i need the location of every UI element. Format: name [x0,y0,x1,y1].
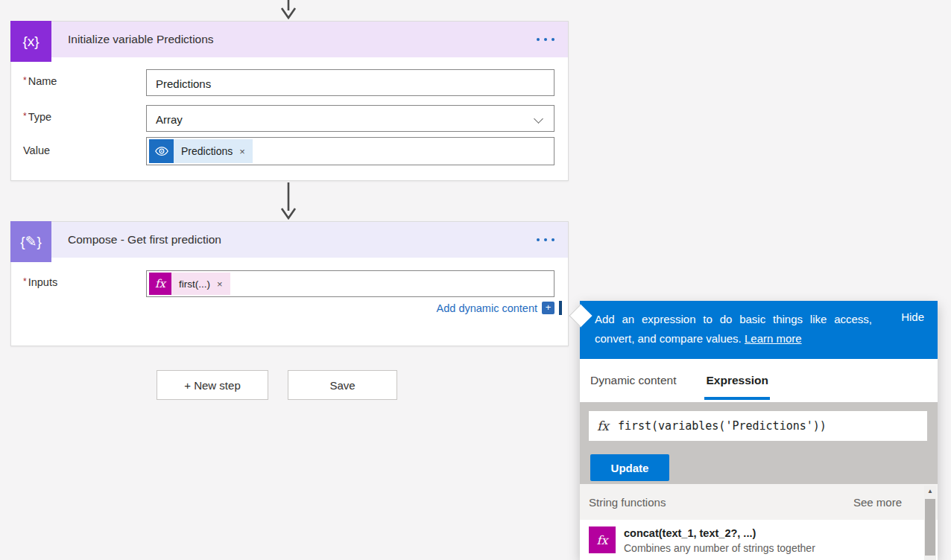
token-label: first(...) [179,279,210,290]
dynamic-content-panel: Add an expression to do basic things lik… [580,301,938,560]
remove-token-icon[interactable]: × [239,146,245,157]
panel-tabs: Dynamic content Expression [580,359,938,402]
scrollbar-thumb[interactable] [925,499,935,556]
save-button[interactable]: Save [288,370,397,400]
remove-token-icon[interactable]: × [217,279,223,290]
more-options-icon[interactable] [537,38,555,41]
action-card-compose: {✎} Compose - Get first prediction *Inpu… [10,221,569,346]
value-field-label: Value [23,144,50,156]
field-row-type: *Type Array [11,105,568,132]
add-dynamic-content: Add dynamic content + [437,301,562,315]
banner-text: Add an expression to do basic things lik… [595,310,872,359]
expression-value: first(variables('Predictions')) [618,419,827,433]
expression-banner: Add an expression to do basic things lik… [580,301,938,359]
eye-icon [149,139,174,163]
name-input[interactable] [147,70,554,97]
text-cursor [559,301,562,315]
action-card-header[interactable]: {x} Initialize variable Predictions [11,22,568,57]
update-button[interactable]: Update [590,454,669,481]
flow-connector-arrow-top [279,0,297,19]
string-functions-section-header: String functions See more [580,484,938,520]
action-title: Compose - Get first prediction [68,233,221,246]
function-list-item-concat[interactable]: fx concat(text_1, text_2?, ...) Combines… [580,520,938,560]
name-field [146,69,555,96]
flow-connector-arrow-mid[interactable] [279,182,297,220]
fx-icon: fx [589,526,616,553]
required-marker: * [23,111,27,121]
function-description: Combines any number of strings together [624,542,815,554]
expression-token[interactable]: fx first(...) × [149,272,230,296]
expression-editor-area: fx first(variables('Predictions')) Updat… [580,402,938,484]
inputs-field[interactable]: fx first(...) × [146,270,555,297]
function-text: concat(text_1, text_2?, ...) Combines an… [624,526,815,554]
more-options-icon[interactable] [537,238,555,241]
field-row-inputs: *Inputs fx first(...) × [11,270,568,297]
action-title: Initialize variable Predictions [68,33,214,46]
token-label-wrap: Predictions × [174,139,253,163]
action-card-initialize-variable: {x} Initialize variable Predictions *Nam… [10,21,569,181]
name-field-label: *Name [23,75,57,87]
fx-icon: fx [597,419,609,433]
add-dynamic-content-plus-icon[interactable]: + [542,302,555,314]
action-card-header[interactable]: {✎} Compose - Get first prediction [11,222,568,258]
value-field[interactable]: Predictions × [146,137,555,165]
variable-action-icon: {x} [10,21,51,62]
scroll-up-icon[interactable]: ▲ [924,486,936,497]
inputs-field-label: *Inputs [23,276,57,288]
expression-input[interactable]: fx first(variables('Predictions')) [589,411,927,441]
required-marker: * [23,276,27,287]
required-marker: * [23,75,27,86]
hide-button[interactable]: Hide [901,311,924,359]
field-row-value: Value Predictions × [11,137,568,165]
function-signature: concat(text_1, text_2?, ...) [624,526,815,539]
section-title: String functions [580,496,666,509]
type-field-label: *Type [23,111,51,123]
type-dropdown-value: Array [147,106,554,133]
tab-expression[interactable]: Expression [704,359,770,402]
scrollbar[interactable]: ▲ [924,486,936,560]
type-dropdown[interactable]: Array [146,105,555,132]
flow-designer-canvas: {x} Initialize variable Predictions *Nam… [0,0,951,560]
field-row-name: *Name [11,69,568,96]
dynamic-content-token[interactable]: Predictions × [149,139,253,163]
compose-action-icon: {✎} [10,221,51,262]
new-step-button[interactable]: + New step [157,370,268,400]
tab-dynamic-content[interactable]: Dynamic content [589,359,677,402]
learn-more-link[interactable]: Learn more [745,332,802,345]
add-dynamic-content-link[interactable]: Add dynamic content [437,302,537,314]
token-label-wrap: first(...) × [171,273,230,295]
fx-icon: fx [149,273,171,295]
token-label: Predictions [181,145,233,157]
